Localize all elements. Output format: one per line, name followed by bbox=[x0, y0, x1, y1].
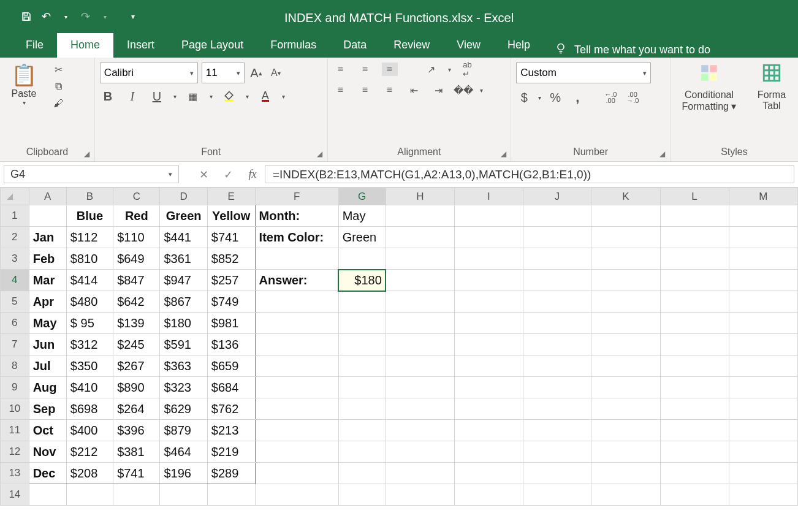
column-header[interactable]: B bbox=[66, 188, 113, 205]
cell[interactable]: $212 bbox=[66, 441, 113, 463]
cell[interactable] bbox=[338, 334, 386, 355]
cell[interactable]: $879 bbox=[160, 420, 207, 441]
cell[interactable]: $381 bbox=[113, 441, 160, 463]
decrease-decimal-icon[interactable]: .00→.0 bbox=[625, 91, 640, 104]
cell[interactable] bbox=[591, 270, 660, 291]
tab-file[interactable]: File bbox=[12, 32, 57, 58]
cell[interactable] bbox=[386, 227, 454, 248]
cell[interactable]: $591 bbox=[160, 334, 207, 355]
cell[interactable] bbox=[591, 334, 660, 355]
percent-format-icon[interactable]: % bbox=[547, 91, 563, 104]
tab-insert[interactable]: Insert bbox=[113, 32, 168, 58]
cell[interactable] bbox=[591, 205, 660, 227]
cell[interactable] bbox=[255, 420, 338, 441]
row-header[interactable]: 12 bbox=[1, 441, 29, 463]
cell[interactable]: Green bbox=[160, 205, 207, 227]
cell[interactable] bbox=[591, 463, 660, 484]
cell[interactable] bbox=[729, 355, 797, 377]
fx-icon[interactable]: fx bbox=[240, 162, 265, 187]
cell[interactable]: $110 bbox=[113, 227, 160, 248]
cell[interactable]: $890 bbox=[113, 377, 160, 398]
cell[interactable] bbox=[455, 441, 523, 463]
cell[interactable]: May bbox=[29, 313, 66, 334]
decrease-indent-icon[interactable]: ⇤ bbox=[406, 83, 422, 97]
wrap-text-icon[interactable]: ab↵ bbox=[460, 63, 476, 76]
dialog-launcher-icon[interactable]: ◢ bbox=[498, 149, 508, 159]
cell[interactable]: Sep bbox=[29, 398, 66, 420]
cell[interactable]: $684 bbox=[207, 377, 255, 398]
cell[interactable] bbox=[660, 484, 729, 506]
cell[interactable] bbox=[660, 334, 729, 355]
dialog-launcher-icon[interactable]: ◢ bbox=[658, 149, 667, 159]
column-header[interactable]: L bbox=[660, 188, 729, 205]
cell[interactable]: Aug bbox=[29, 377, 66, 398]
number-format-select[interactable]: Custom▾ bbox=[516, 63, 651, 83]
redo-icon[interactable]: ↷ bbox=[78, 10, 92, 23]
row-header[interactable]: 11 bbox=[1, 420, 29, 441]
cell[interactable] bbox=[455, 355, 523, 377]
cell[interactable] bbox=[255, 334, 338, 355]
cell[interactable] bbox=[386, 334, 454, 355]
cell[interactable] bbox=[338, 248, 386, 270]
underline-dropdown-icon[interactable]: ▾ bbox=[173, 93, 177, 100]
cell[interactable]: $464 bbox=[160, 441, 207, 463]
cell[interactable]: $741 bbox=[207, 227, 255, 248]
cell[interactable]: $245 bbox=[113, 334, 160, 355]
align-left-icon[interactable]: ≡ bbox=[333, 83, 349, 97]
column-header[interactable]: K bbox=[591, 188, 660, 205]
cell[interactable]: $810 bbox=[66, 248, 113, 270]
cell[interactable]: Month: bbox=[255, 205, 338, 227]
column-header[interactable]: G bbox=[338, 188, 386, 205]
tab-help[interactable]: Help bbox=[494, 32, 544, 58]
customize-qat-icon[interactable]: ▾ bbox=[126, 10, 140, 23]
column-header[interactable]: F bbox=[255, 188, 338, 205]
cell[interactable] bbox=[660, 441, 729, 463]
font-color-dropdown-icon[interactable]: ▾ bbox=[282, 93, 285, 100]
align-middle-icon[interactable]: ≡ bbox=[357, 63, 373, 76]
column-header[interactable]: I bbox=[455, 188, 523, 205]
cell[interactable]: $267 bbox=[113, 355, 160, 377]
cell[interactable] bbox=[386, 398, 454, 420]
cell[interactable] bbox=[660, 398, 729, 420]
cell[interactable] bbox=[523, 248, 591, 270]
formula-bar[interactable]: =INDEX(B2:E13,MATCH(G1,A2:A13,0),MATCH(G… bbox=[265, 165, 794, 183]
column-header[interactable]: C bbox=[113, 188, 160, 205]
cell[interactable]: Answer: bbox=[255, 270, 338, 291]
cell[interactable]: $139 bbox=[113, 313, 160, 334]
cell[interactable]: $981 bbox=[207, 313, 255, 334]
cell[interactable] bbox=[660, 463, 729, 484]
paste-dropdown-icon[interactable]: ▾ bbox=[23, 99, 26, 106]
merge-dropdown-icon[interactable]: ▾ bbox=[480, 87, 483, 94]
cell[interactable] bbox=[660, 420, 729, 441]
cell[interactable] bbox=[729, 334, 797, 355]
merge-center-icon[interactable]: �� bbox=[455, 83, 471, 97]
cell[interactable] bbox=[455, 398, 523, 420]
cell[interactable] bbox=[591, 484, 660, 506]
cell[interactable] bbox=[455, 248, 523, 270]
cell[interactable]: $441 bbox=[160, 227, 207, 248]
cell[interactable] bbox=[386, 484, 454, 506]
cell[interactable] bbox=[338, 420, 386, 441]
cell[interactable]: $867 bbox=[160, 291, 207, 313]
format-as-table-button[interactable]: Forma Tabl bbox=[750, 63, 793, 112]
cell[interactable] bbox=[729, 420, 797, 441]
dialog-launcher-icon[interactable]: ◢ bbox=[82, 149, 92, 159]
cell[interactable] bbox=[455, 313, 523, 334]
cell[interactable] bbox=[660, 227, 729, 248]
cell[interactable]: $257 bbox=[207, 270, 255, 291]
cell[interactable]: Jun bbox=[29, 334, 66, 355]
cell[interactable]: $ 95 bbox=[66, 313, 113, 334]
row-header[interactable]: 6 bbox=[1, 313, 29, 334]
italic-button[interactable]: I bbox=[124, 89, 140, 103]
cell[interactable] bbox=[523, 398, 591, 420]
cell[interactable] bbox=[386, 377, 454, 398]
tab-review[interactable]: Review bbox=[380, 32, 443, 58]
cell[interactable] bbox=[591, 291, 660, 313]
row-header[interactable]: 13 bbox=[1, 463, 29, 484]
cell[interactable]: $629 bbox=[160, 398, 207, 420]
cell[interactable]: $649 bbox=[113, 248, 160, 270]
cell[interactable] bbox=[255, 377, 338, 398]
cell[interactable] bbox=[523, 355, 591, 377]
cell[interactable] bbox=[523, 484, 591, 506]
cell[interactable]: $414 bbox=[66, 270, 113, 291]
